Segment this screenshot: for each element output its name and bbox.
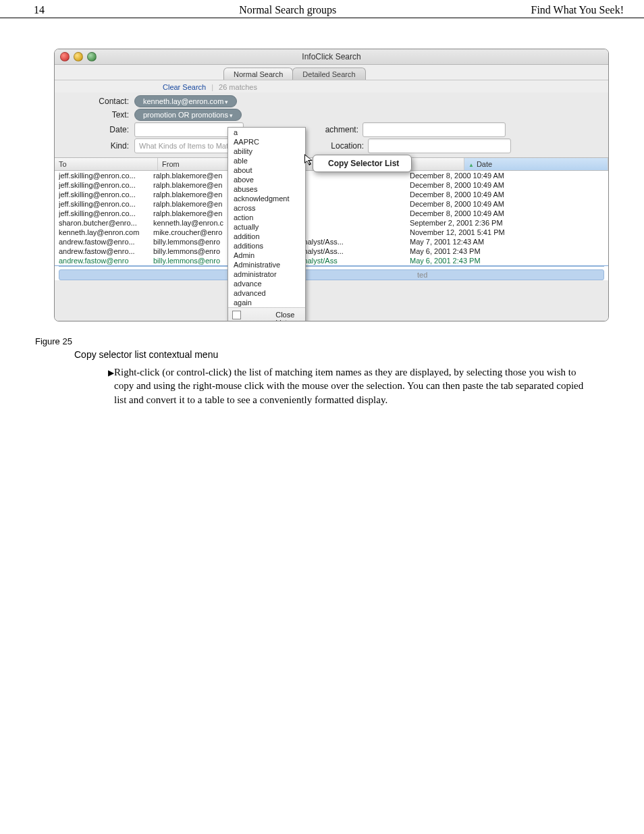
search-form: Contact: kenneth.lay@enron.com▾ Text: pr…: [55, 93, 608, 157]
table-row[interactable]: jeff.skilling@enron.co...ralph.blakemore…: [55, 171, 608, 180]
table-row[interactable]: kenneth.lay@enron.commike.croucher@enroN…: [55, 228, 608, 237]
table-row[interactable]: jeff.skilling@enron.co...ralph.blakemore…: [55, 190, 608, 199]
autocomplete-popup[interactable]: aAAPRCabilityableaboutaboveabusesacknowl…: [227, 127, 306, 321]
close-list-button[interactable]: Close List: [275, 311, 301, 321]
text-label: Text:: [61, 110, 134, 120]
autocomplete-item[interactable]: above: [228, 175, 305, 184]
text-token[interactable]: promotion OR promotions▾: [134, 109, 242, 121]
date-label: Date:: [61, 125, 134, 134]
search-tabs: Normal Search Detailed Search: [55, 65, 608, 80]
figure-body-text: Right-click (or control-click) the list …: [114, 365, 590, 407]
autocomplete-item[interactable]: acknowledgment: [228, 194, 305, 203]
page-header: 14 Normal Search groups Find What You Se…: [0, 0, 644, 18]
alternatives-checkbox[interactable]: Alternatives: [232, 310, 271, 321]
context-menu-copy-selector-list[interactable]: Copy Selector List: [313, 155, 412, 172]
autocomplete-item[interactable]: Administrative: [228, 260, 305, 269]
tab-normal-search[interactable]: Normal Search: [223, 68, 293, 80]
contact-token[interactable]: kenneth.lay@enron.com▾: [134, 95, 237, 107]
results-table: To From ▲Date jeff.skilling@enron.co...r…: [55, 157, 608, 280]
autocomplete-item[interactable]: advanced: [228, 288, 305, 298]
autocomplete-item[interactable]: abuses: [228, 184, 305, 194]
tab-detailed-search[interactable]: Detailed Search: [292, 68, 365, 80]
table-row[interactable]: sharon.butcher@enro...kenneth.lay@enron.…: [55, 218, 608, 228]
clear-search-button[interactable]: Clear Search: [163, 83, 206, 91]
sort-asc-icon: ▲: [468, 162, 477, 168]
autocomplete-item[interactable]: Admin: [228, 251, 305, 260]
app-window: InfoClick Search Normal Search Detailed …: [54, 49, 609, 321]
figure-body: ▶ Right-click (or control-click) the lis…: [108, 365, 590, 407]
search-toolbar: Clear Search | 26 matches: [55, 80, 608, 93]
selected-row-bar: ted: [59, 269, 604, 280]
autocomplete-item[interactable]: ability: [228, 147, 305, 156]
table-row[interactable]: andrew.fastow@enrobilly.lemmons@enroRevi…: [55, 256, 608, 266]
attachment-input[interactable]: [363, 122, 506, 137]
figure-caption: Figure 25 Copy selector list contextual …: [35, 336, 644, 360]
autocomplete-item[interactable]: about: [228, 165, 305, 175]
figure-number: Figure 25: [35, 336, 644, 346]
autocomplete-item[interactable]: addition: [228, 232, 305, 241]
autocomplete-item[interactable]: AAPRC: [228, 137, 305, 147]
autocomplete-item[interactable]: across: [228, 203, 305, 213]
autocomplete-item[interactable]: advance: [228, 279, 305, 288]
cursor-icon: [304, 154, 314, 166]
kind-label: Kind:: [61, 141, 134, 151]
col-to[interactable]: To: [55, 158, 158, 170]
table-row[interactable]: jeff.skilling@enron.co...ralph.blakemore…: [55, 209, 608, 218]
autocomplete-item[interactable]: actually: [228, 222, 305, 232]
autocomplete-item[interactable]: action: [228, 213, 305, 222]
autocomplete-item[interactable]: additions: [228, 241, 305, 251]
col-date[interactable]: ▲Date: [464, 158, 608, 170]
autocomplete-item[interactable]: able: [228, 156, 305, 165]
autocomplete-item[interactable]: a: [228, 128, 305, 137]
page-number: 14: [34, 4, 45, 16]
table-row[interactable]: andrew.fastow@enro...billy.lemmons@enroR…: [55, 237, 608, 246]
table-body[interactable]: jeff.skilling@enron.co...ralph.blakemore…: [55, 171, 608, 266]
autocomplete-item[interactable]: again: [228, 298, 305, 307]
contact-label: Contact:: [61, 97, 134, 106]
table-row[interactable]: andrew.fastow@enro...billy.lemmons@enroR…: [55, 246, 608, 256]
window-titlebar: InfoClick Search: [55, 49, 608, 65]
bullet-icon: ▶: [108, 365, 114, 407]
attachment-label: achment:: [304, 125, 363, 134]
table-row[interactable]: jeff.skilling@enron.co...ralph.blakemore…: [55, 180, 608, 190]
location-label: Location:: [310, 141, 368, 151]
autocomplete-item[interactable]: administrator: [228, 269, 305, 279]
chapter-title: Normal Search groups: [239, 4, 336, 16]
location-input[interactable]: [368, 138, 511, 153]
match-count: 26 matches: [219, 83, 257, 91]
page-tagline: Find What You Seek!: [531, 4, 624, 16]
window-title: InfoClick Search: [55, 52, 608, 61]
figure-title: Copy selector list contextual menu: [74, 349, 644, 360]
table-row[interactable]: jeff.skilling@enron.co...ralph.blakemore…: [55, 199, 608, 209]
